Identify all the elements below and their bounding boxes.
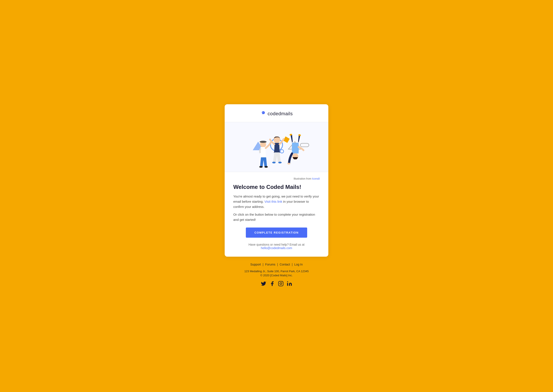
social-icons [244, 281, 309, 288]
footer-nav-support[interactable]: Support [250, 263, 261, 266]
card-header: codedmails [225, 104, 328, 122]
svg-point-6 [280, 150, 284, 153]
svg-point-18 [287, 163, 290, 164]
footer: Support | Forums | Contact | Log In 123 … [244, 263, 309, 288]
svg-point-11 [264, 166, 268, 168]
illustration-credit: Illustration from Icons8 [233, 177, 320, 180]
card-body: Illustration from Icons8 Welcome to Code… [225, 172, 328, 257]
welcome-title: Welcome to Coded Mails! [233, 184, 320, 190]
footer-copyright: © 2020 [Coded Mails] Inc. [244, 274, 309, 277]
footer-nav-login[interactable]: Log In [294, 263, 303, 266]
separator-2: | [277, 263, 278, 266]
help-text: Have questions or need help? Email us at… [233, 243, 320, 250]
footer-nav-forums[interactable]: Forums [265, 263, 275, 266]
svg-rect-19 [278, 281, 283, 286]
footer-nav: Support | Forums | Contact | Log In [244, 263, 309, 266]
svg-point-0 [263, 112, 263, 113]
svg-point-14 [278, 162, 282, 163]
icons8-link[interactable]: Icons8 [312, 177, 320, 180]
instagram-icon[interactable] [278, 281, 284, 288]
logo-area: codedmails [233, 110, 320, 117]
email-card: codedmails [225, 104, 328, 257]
paragraph-1: You're almost ready to get going, we jus… [233, 194, 320, 209]
footer-nav-contact[interactable]: Contact [280, 263, 290, 266]
svg-point-10 [259, 166, 263, 168]
linkedin-icon[interactable] [287, 281, 292, 288]
svg-point-13 [272, 162, 276, 163]
illustration-image [242, 129, 311, 172]
footer-address: 123 Medalling Jr., Suite 100, Parrot Par… [244, 270, 309, 273]
bird-icon [260, 110, 266, 117]
complete-registration-button[interactable]: COMPLETE REGISTRATION [246, 228, 307, 238]
svg-rect-9 [261, 141, 265, 143]
logo-text: codedmails [268, 111, 293, 117]
help-email-link[interactable]: hello@codedmails.com [261, 246, 292, 250]
paragraph-2: Or click on the button below to complete… [233, 212, 320, 222]
twitter-icon[interactable] [261, 281, 266, 288]
credit-prefix: Illustration from [294, 177, 312, 180]
visit-link[interactable]: Visit this link [264, 200, 282, 203]
svg-rect-5 [300, 143, 309, 147]
svg-point-17 [298, 134, 301, 136]
help-prefix: Have questions or need help? Email us at [248, 243, 304, 246]
separator-1: | [263, 263, 263, 266]
facebook-icon[interactable] [269, 281, 275, 288]
illustration-area [225, 122, 328, 172]
separator-3: | [292, 263, 293, 266]
svg-point-21 [287, 281, 288, 282]
cta-container: COMPLETE REGISTRATION [233, 228, 320, 238]
